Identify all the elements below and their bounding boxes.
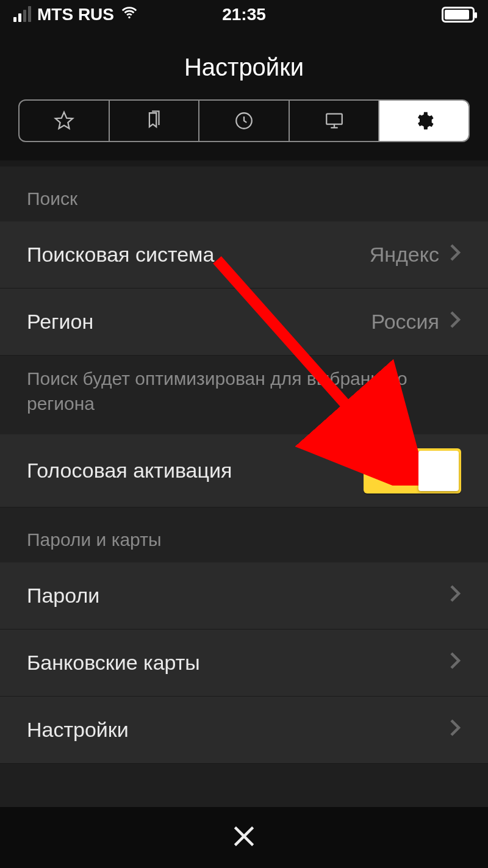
- chevron-right-icon: [449, 651, 461, 675]
- close-icon: [231, 823, 257, 850]
- status-right: [442, 7, 475, 23]
- row-label: Настройки: [27, 718, 129, 742]
- row-label: Банковские карты: [27, 651, 200, 675]
- bookmarks-icon: [143, 110, 164, 131]
- row-value: Яндекс: [370, 243, 439, 267]
- tab-bar: [18, 99, 470, 142]
- row-region[interactable]: Регион Россия: [0, 289, 488, 356]
- row-label: Пароли: [27, 584, 99, 608]
- tab-bookmarks[interactable]: [110, 101, 200, 141]
- status-bar: MTS RUS 21:35: [0, 0, 488, 29]
- header: Настройки: [0, 29, 488, 160]
- close-button[interactable]: [231, 823, 257, 852]
- tab-desktop[interactable]: [290, 101, 380, 141]
- bottom-bar: [0, 807, 488, 868]
- chevron-right-icon: [449, 584, 461, 608]
- chevron-right-icon: [449, 310, 461, 334]
- row-value: Россия: [371, 310, 440, 334]
- chevron-right-icon: [449, 243, 461, 267]
- star-icon: [54, 110, 74, 131]
- divider: [0, 160, 488, 167]
- row-label: Поисковая система: [27, 243, 214, 267]
- voice-activation-toggle[interactable]: [364, 448, 461, 493]
- tab-favorites[interactable]: [20, 101, 110, 141]
- row-search-engine[interactable]: Поисковая система Яндекс: [0, 221, 488, 289]
- toggle-knob: [418, 451, 459, 491]
- section-header-search: Поиск: [0, 167, 488, 221]
- history-icon: [234, 110, 254, 131]
- tab-settings[interactable]: [379, 101, 468, 141]
- gear-icon: [414, 110, 434, 131]
- svg-rect-3: [326, 114, 342, 124]
- row-passwords[interactable]: Пароли: [0, 562, 488, 629]
- check-icon: [376, 458, 403, 490]
- svg-marker-1: [56, 112, 73, 129]
- page-title: Настройки: [0, 41, 488, 99]
- desktop-icon: [324, 110, 345, 131]
- row-voice-activation[interactable]: Голосовая активация: [0, 434, 488, 508]
- row-settings[interactable]: Настройки: [0, 697, 488, 764]
- row-label: Регион: [27, 310, 93, 334]
- row-bank-cards[interactable]: Банковские карты: [0, 629, 488, 697]
- battery-icon: [442, 7, 475, 23]
- section-header-passwords: Пароли и карты: [0, 508, 488, 562]
- chevron-right-icon: [449, 718, 461, 742]
- clock: 21:35: [0, 5, 488, 24]
- tab-history[interactable]: [199, 101, 290, 141]
- section-footer-search: Поиск будет оптимизирован для выбранного…: [0, 356, 488, 434]
- row-label: Голосовая активация: [27, 459, 232, 482]
